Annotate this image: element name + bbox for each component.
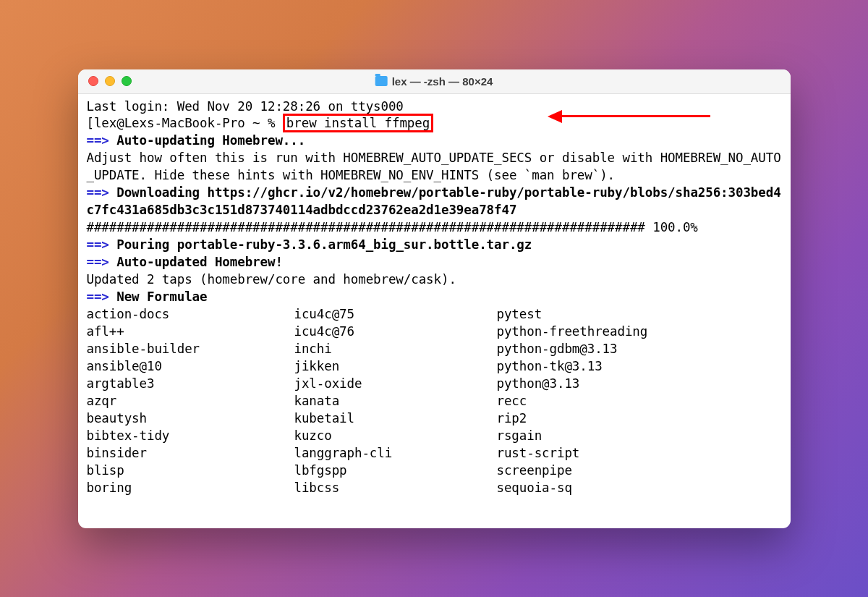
pouring-line: ==> Pouring portable-ruby-3.3.6.arm64_bi… bbox=[87, 237, 782, 254]
list-item: rust-script bbox=[497, 445, 782, 462]
list-item: python@3.13 bbox=[497, 376, 782, 393]
traffic-lights bbox=[88, 76, 132, 86]
list-item: blisp bbox=[87, 462, 294, 480]
list-item: kanata bbox=[294, 393, 497, 410]
list-item: pytest bbox=[497, 306, 782, 323]
auto-update-text: Auto-updating Homebrew... bbox=[116, 133, 305, 148]
terminal-output[interactable]: Last login: Wed Nov 20 12:28:26 on ttys0… bbox=[78, 94, 791, 528]
list-item: sequoia-sq bbox=[497, 480, 782, 497]
list-item: ansible@10 bbox=[87, 358, 294, 376]
list-item: action-docs bbox=[87, 306, 294, 323]
zoom-icon[interactable] bbox=[122, 76, 132, 86]
arrow-annotation bbox=[548, 110, 710, 123]
list-item: recc bbox=[497, 393, 782, 410]
pouring-text: Pouring portable-ruby-3.3.6.arm64_big_su… bbox=[116, 237, 532, 252]
updated-line: ==> Auto-updated Homebrew! bbox=[87, 254, 782, 271]
list-item: icu4c@76 bbox=[294, 323, 497, 341]
list-item: jikken bbox=[294, 358, 497, 376]
formulae-col-3: pytest python-freethreading python-gdbm@… bbox=[497, 306, 782, 497]
formulae-col-2: icu4c@75 icu4c@76 inchi jikken jxl-oxide… bbox=[294, 306, 497, 497]
list-item: boring bbox=[87, 480, 294, 497]
list-item: lbfgspp bbox=[294, 462, 497, 480]
window-title: lex — -zsh — 80×24 bbox=[375, 75, 493, 88]
progress-line: ########################################… bbox=[87, 219, 782, 237]
downloading-text: Downloading https://ghcr.io/v2/homebrew/… bbox=[87, 185, 781, 217]
list-item: jxl-oxide bbox=[294, 376, 497, 393]
list-item: kubetail bbox=[294, 410, 497, 428]
list-item: rsgain bbox=[497, 428, 782, 445]
list-item: python-freethreading bbox=[497, 323, 782, 341]
list-item: afl++ bbox=[87, 323, 294, 341]
auto-update-line: ==> Auto-updating Homebrew... bbox=[87, 132, 782, 150]
downloading-line: ==> Downloading https://ghcr.io/v2/homeb… bbox=[87, 185, 782, 219]
title-label: lex — -zsh — 80×24 bbox=[392, 75, 493, 88]
list-item: python-tk@3.13 bbox=[497, 358, 782, 376]
list-item: ansible-builder bbox=[87, 341, 294, 358]
list-item: icu4c@75 bbox=[294, 306, 497, 323]
list-item: libcss bbox=[294, 480, 497, 497]
list-item: rip2 bbox=[497, 410, 782, 428]
list-item: langgraph-cli bbox=[294, 445, 497, 462]
command-text: brew install ffmpeg bbox=[286, 116, 430, 130]
formulae-columns: action-docs afl++ ansible-builder ansibl… bbox=[87, 306, 782, 497]
list-item: azqr bbox=[87, 393, 294, 410]
list-item: inchi bbox=[294, 341, 497, 358]
arrow-prefix: ==> bbox=[87, 237, 117, 252]
updated-text: Auto-updated Homebrew! bbox=[116, 255, 283, 269]
taps-line: Updated 2 taps (homebrew/core and homebr… bbox=[87, 271, 782, 289]
formulae-col-1: action-docs afl++ ansible-builder ansibl… bbox=[87, 306, 294, 497]
new-formulae-text: New Formulae bbox=[116, 289, 207, 304]
arrow-prefix: ==> bbox=[87, 133, 117, 148]
arrow-prefix: ==> bbox=[87, 185, 117, 200]
list-item: kuzco bbox=[294, 428, 497, 445]
minimize-icon[interactable] bbox=[105, 76, 115, 86]
close-icon[interactable] bbox=[88, 76, 98, 86]
arrow-prefix: ==> bbox=[87, 255, 117, 269]
title-bar: lex — -zsh — 80×24 bbox=[78, 69, 791, 94]
list-item: screenpipe bbox=[497, 462, 782, 480]
list-item: argtable3 bbox=[87, 376, 294, 393]
terminal-window: lex — -zsh — 80×24 Last login: Wed Nov 2… bbox=[78, 69, 791, 528]
new-formulae-line: ==> New Formulae bbox=[87, 289, 782, 306]
list-item: bibtex-tidy bbox=[87, 428, 294, 445]
list-item: binsider bbox=[87, 445, 294, 462]
list-item: python-gdbm@3.13 bbox=[497, 341, 782, 358]
command-highlight: brew install ffmpeg bbox=[283, 114, 433, 132]
folder-icon bbox=[375, 76, 388, 86]
list-item: beautysh bbox=[87, 410, 294, 428]
arrow-line-icon bbox=[562, 115, 710, 117]
prompt-prefix: [lex@Lexs-MacBook-Pro ~ % bbox=[87, 116, 283, 130]
adjust-text: Adjust how often this is run with HOMEBR… bbox=[87, 150, 782, 185]
arrow-head-icon bbox=[548, 110, 562, 123]
arrow-prefix: ==> bbox=[87, 289, 117, 304]
